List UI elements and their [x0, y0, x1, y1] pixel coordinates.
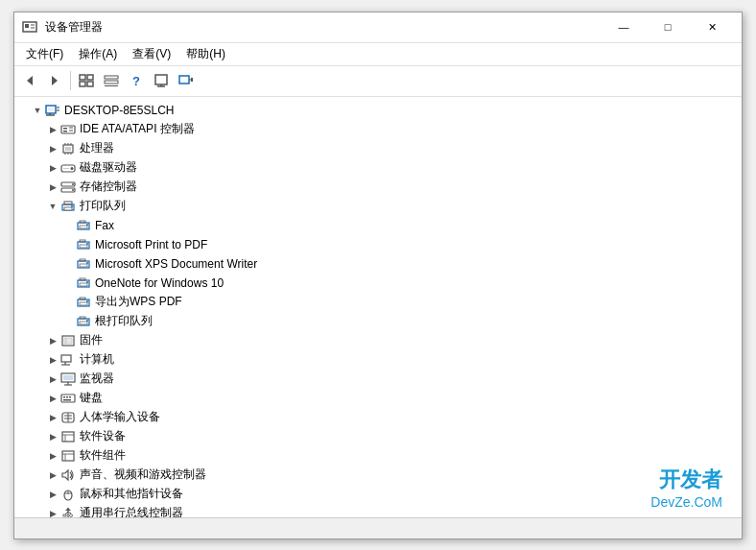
toolbar-btn3[interactable] — [75, 69, 98, 92]
help-button[interactable]: ? — [125, 69, 148, 92]
soft-device-icon — [60, 429, 76, 444]
keyboard-node[interactable]: ▶ 键盘 — [14, 389, 742, 408]
sound-label: 声音、视频和游戏控制器 — [80, 466, 206, 483]
monitor-label: 监视器 — [80, 371, 114, 387]
root-print-node[interactable]: 根打印队列 — [14, 312, 742, 331]
wps-pdf-label: 导出为WPS PDF — [95, 294, 182, 310]
storage-icon — [60, 179, 76, 195]
sound-expand[interactable]: ▶ — [45, 467, 60, 483]
computer-icon — [60, 352, 76, 368]
disk-node[interactable]: ▶ 磁盘驱动器 — [14, 158, 742, 178]
firmware-node[interactable]: ▶ 固件 — [14, 331, 742, 350]
print-queue-node[interactable]: ▼ 打印队列 — [14, 197, 742, 216]
maximize-button[interactable]: □ — [646, 12, 690, 42]
cpu-expand[interactable]: ▶ — [45, 141, 60, 156]
svg-point-43 — [72, 183, 74, 185]
svg-rect-1 — [25, 24, 29, 28]
hid-label: 人体学输入设备 — [80, 409, 160, 425]
mouse-node[interactable]: ▶ 鼠标和其他指针设备 — [14, 485, 742, 504]
firmware-label: 固件 — [80, 332, 103, 348]
svg-rect-85 — [66, 396, 68, 398]
monitor-expand[interactable]: ▶ — [45, 371, 60, 387]
root-print-icon — [76, 314, 91, 329]
menu-action[interactable]: 操作(A) — [71, 43, 125, 64]
svg-point-64 — [86, 281, 88, 283]
svg-rect-92 — [62, 432, 74, 442]
soft-device-node[interactable]: ▶ 软件设备 — [14, 427, 742, 446]
svg-rect-71 — [80, 322, 87, 324]
menu-help[interactable]: 帮助(H) — [178, 43, 233, 64]
print-queue-label: 打印队列 — [80, 198, 126, 214]
usb-expand[interactable]: ▶ — [45, 506, 60, 517]
monitor-node[interactable]: ▶ 监视器 — [14, 370, 742, 389]
print-pdf-node[interactable]: Microsoft Print to PDF — [14, 235, 742, 254]
svg-rect-27 — [63, 131, 67, 132]
content-area: ▼ DESKTOP-8E5SLCH ▶ — [14, 97, 742, 517]
svg-rect-26 — [63, 128, 67, 130]
fax-label: Fax — [95, 219, 114, 232]
print-pdf-label: Microsoft Print to PDF — [95, 238, 207, 251]
fax-node[interactable]: Fax — [14, 216, 742, 235]
svg-point-68 — [86, 300, 88, 302]
svg-point-39 — [71, 167, 74, 170]
svg-rect-7 — [80, 82, 85, 86]
toolbar-btn6[interactable] — [150, 69, 173, 92]
minimize-button[interactable]: — — [602, 12, 646, 42]
onenote-node[interactable]: OneNote for Windows 10 — [14, 274, 742, 293]
svg-rect-62 — [80, 278, 85, 280]
svg-rect-66 — [80, 298, 85, 299]
soft-device-expand[interactable]: ▶ — [45, 429, 60, 444]
sound-icon — [60, 467, 76, 483]
ide-expand[interactable]: ▶ — [45, 122, 60, 137]
usb-label: 通用串行总线控制器 — [80, 505, 183, 517]
firmware-expand[interactable]: ▶ — [45, 333, 60, 348]
root-node[interactable]: ▼ DESKTOP-8E5SLCH — [14, 101, 742, 120]
computer-expand[interactable]: ▶ — [45, 352, 60, 368]
svg-point-56 — [86, 243, 88, 245]
device-tree[interactable]: ▼ DESKTOP-8E5SLCH ▶ — [14, 97, 742, 517]
svg-rect-10 — [105, 76, 118, 79]
cpu-node[interactable]: ▶ 处理器 — [14, 139, 742, 158]
toolbar-separator-1 — [70, 71, 71, 90]
xps-node[interactable]: Microsoft XPS Document Writer — [14, 254, 742, 274]
onenote-label: OneNote for Windows 10 — [95, 276, 224, 290]
window-icon — [22, 19, 37, 35]
toolbar-btn4[interactable] — [100, 69, 123, 92]
sound-node[interactable]: ▶ 声音、视频和游戏控制器 — [14, 466, 742, 485]
forward-button[interactable] — [43, 69, 66, 92]
computer-node[interactable]: ▶ 计算机 — [14, 350, 742, 370]
close-button[interactable]: ✕ — [690, 12, 734, 42]
svg-rect-63 — [80, 283, 87, 286]
print-expand[interactable]: ▼ — [45, 199, 60, 214]
disk-expand[interactable]: ▶ — [45, 160, 60, 176]
hid-expand[interactable]: ▶ — [45, 410, 60, 425]
title-bar-left: 设备管理器 — [22, 19, 103, 36]
mouse-expand[interactable]: ▶ — [45, 487, 60, 502]
storage-expand[interactable]: ▶ — [45, 179, 60, 195]
svg-rect-84 — [63, 396, 65, 398]
soft-component-node[interactable]: ▶ 软件组件 — [14, 446, 742, 466]
svg-rect-11 — [105, 81, 118, 84]
menu-file[interactable]: 文件(F) — [18, 43, 71, 64]
svg-point-60 — [86, 262, 88, 264]
root-expand[interactable]: ▼ — [30, 103, 45, 118]
soft-component-expand[interactable]: ▶ — [45, 448, 60, 464]
menu-view[interactable]: 查看(V) — [125, 43, 178, 64]
svg-rect-12 — [105, 85, 118, 86]
hid-node[interactable]: ▶ 人体学输入设备 — [14, 408, 742, 427]
svg-point-48 — [71, 205, 73, 207]
svg-rect-8 — [87, 75, 93, 80]
svg-rect-17 — [191, 78, 193, 82]
svg-marker-5 — [52, 76, 58, 85]
storage-node[interactable]: ▶ 存储控制器 — [14, 178, 742, 197]
storage-label: 存储控制器 — [80, 179, 137, 195]
svg-rect-31 — [65, 147, 71, 151]
soft-component-icon — [60, 448, 76, 464]
ide-node[interactable]: ▶ IDE ATA/ATAPI 控制器 — [14, 120, 742, 139]
usb-node[interactable]: ▶ 通用串行总线控制器 — [14, 504, 742, 517]
keyboard-expand[interactable]: ▶ — [45, 391, 60, 406]
wps-pdf-node[interactable]: 导出为WPS PDF — [14, 293, 742, 312]
toolbar-btn7[interactable] — [175, 69, 198, 92]
xps-icon — [76, 256, 91, 272]
back-button[interactable] — [18, 69, 41, 92]
